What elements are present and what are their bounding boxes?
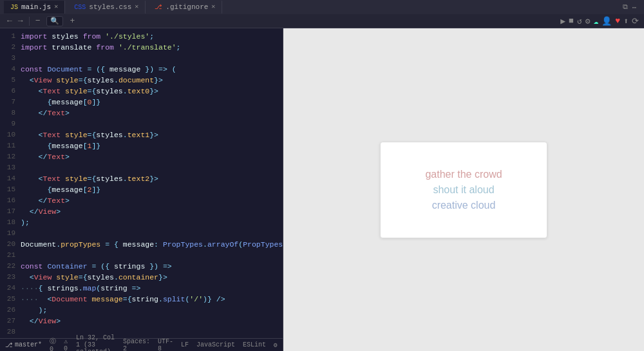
tab-styles-css[interactable]: CSS styles.css ✕ — [68, 1, 146, 14]
git-file-icon: ⎇ — [155, 3, 162, 11]
toolbar-separator-1 — [29, 17, 30, 26]
line-17: 17 </View> — [0, 206, 283, 217]
line-4: 4const Document = ({ message }) => ( — [0, 64, 283, 75]
tab-label-main-js: main.js — [21, 3, 51, 11]
line-25: 25···· <Document message={string.split('… — [0, 294, 283, 305]
toolbar-right-icons: ▶ ■ ↺ ⚙ ☁ 👤 ♥ ⬆ ⟳ — [560, 16, 639, 26]
split-editor-icon[interactable]: ⧉ — [623, 3, 628, 11]
gear-settings-icon[interactable]: ⚙ — [274, 341, 278, 349]
line-26: 26 ); — [0, 305, 283, 316]
linter-info: ESLint — [243, 341, 266, 348]
line-19: 19 — [0, 228, 283, 239]
tab-label-styles-css: styles.css — [89, 3, 131, 11]
preview-text-line1: gather the crowd — [425, 169, 502, 180]
line-10: 10 <Text style={styles.text1}> — [0, 129, 283, 140]
cloud-icon[interactable]: ☁ — [594, 16, 599, 26]
branch-icon: ⎇ — [5, 341, 13, 349]
play-icon[interactable]: ▶ — [560, 16, 565, 26]
tab-close-gitignore[interactable]: ✕ — [211, 4, 215, 10]
upload-icon[interactable]: ⬆ — [623, 16, 629, 26]
line-2: 2import translate from './translate'; — [0, 42, 283, 53]
line-14: 14 <Text style={styles.text2}> — [0, 173, 283, 184]
reload-icon[interactable]: ↺ — [577, 16, 582, 26]
preview-card: gather the crowd shout it aloud creative… — [380, 142, 547, 238]
css-file-icon: CSS — [74, 4, 86, 11]
main-area: 1import styles from './styles'; 2import … — [0, 28, 644, 351]
branch-name: master* — [15, 341, 42, 348]
preview-text-line2: shout it aloud — [433, 184, 494, 196]
line-3: 3 — [0, 53, 283, 64]
status-bar: ⎇ master* ⓪ 0 ⚠ 0 Ln 32, Col 1 (33 selec… — [0, 338, 283, 351]
error-count: ⓪ 0 — [50, 337, 56, 351]
line-8: 8 </Text> — [0, 108, 283, 119]
line-21: 21 — [0, 250, 283, 261]
tab-close-main-js[interactable]: ✕ — [54, 4, 58, 10]
language-info: JavaScript — [196, 341, 235, 348]
tab-label-gitignore: .gitignore — [166, 3, 208, 11]
back-button[interactable]: ← — [5, 17, 14, 25]
zoom-in-button[interactable]: + — [68, 17, 77, 25]
line-23: 23 <View style={styles.container}> — [0, 272, 283, 283]
tab-close-styles-css[interactable]: ✕ — [135, 4, 138, 10]
git-branch[interactable]: ⎇ master* — [5, 341, 42, 349]
stop-icon[interactable]: ■ — [569, 16, 574, 26]
line-12: 12 </Text> — [0, 151, 283, 162]
line-9: 9 — [0, 119, 283, 129]
tab-gitignore[interactable]: ⎇ .gitignore ✕ — [148, 1, 222, 14]
search-icon: 🔍 — [50, 17, 59, 25]
tab-bar: JS main.js ✕ CSS styles.css ✕ ⎇ .gitigno… — [0, 0, 644, 14]
top-bar-right: ⧉ ⋯ — [623, 3, 640, 12]
js-file-icon: JS — [10, 4, 18, 11]
encoding-info: UTF-8 — [158, 338, 173, 352]
line-11: 11 {message[1]} — [0, 140, 283, 151]
line-6: 6 <Text style={styles.text0}> — [0, 86, 283, 97]
line-16: 16 </Text> — [0, 195, 283, 206]
line-24: 24····{ strings.map(string => — [0, 283, 283, 294]
line-1: 1import styles from './styles'; — [0, 31, 283, 42]
line-20: 20Document.propTypes = { message: PropTy… — [0, 239, 283, 250]
preview-pane: gather the crowd shout it aloud creative… — [283, 28, 644, 351]
sync-icon[interactable]: ⟳ — [632, 16, 639, 26]
warning-count: ⚠ 0 — [64, 337, 68, 351]
line-18: 18); — [0, 217, 283, 228]
person-icon[interactable]: 👤 — [601, 16, 612, 26]
spaces-info: Spaces: 2 — [123, 338, 150, 352]
toolbar: ← → − 🔍 + ▶ ■ ↺ ⚙ ☁ 👤 ♥ ⬆ ⟳ — [0, 14, 644, 28]
editor-content[interactable]: 1import styles from './styles'; 2import … — [0, 28, 283, 338]
line-7: 7 {message[0]} — [0, 97, 283, 108]
line-28: 28 — [0, 327, 283, 337]
line-15: 15 {message[2]} — [0, 184, 283, 195]
forward-button[interactable]: → — [16, 17, 25, 25]
line-5: 5 <View style={styles.document}> — [0, 75, 283, 86]
search-box[interactable]: 🔍 — [46, 16, 63, 26]
heart-icon[interactable]: ♥ — [615, 16, 620, 26]
zoom-out-button[interactable]: − — [33, 17, 43, 25]
line-ending-info: LF — [181, 341, 189, 348]
editor-pane: 1import styles from './styles'; 2import … — [0, 28, 283, 351]
line-27: 27 </View> — [0, 316, 283, 327]
tab-main-js[interactable]: JS main.js ✕ — [4, 1, 65, 14]
settings-icon[interactable]: ⚙ — [585, 16, 591, 26]
cursor-position: Ln 32, Col 1 (33 selected) — [76, 334, 115, 351]
line-22: 22const Container = ({ strings }) => — [0, 261, 283, 272]
more-icon[interactable]: ⋯ — [632, 3, 636, 12]
preview-text-line3: creative cloud — [432, 200, 496, 211]
line-13: 13 — [0, 162, 283, 173]
